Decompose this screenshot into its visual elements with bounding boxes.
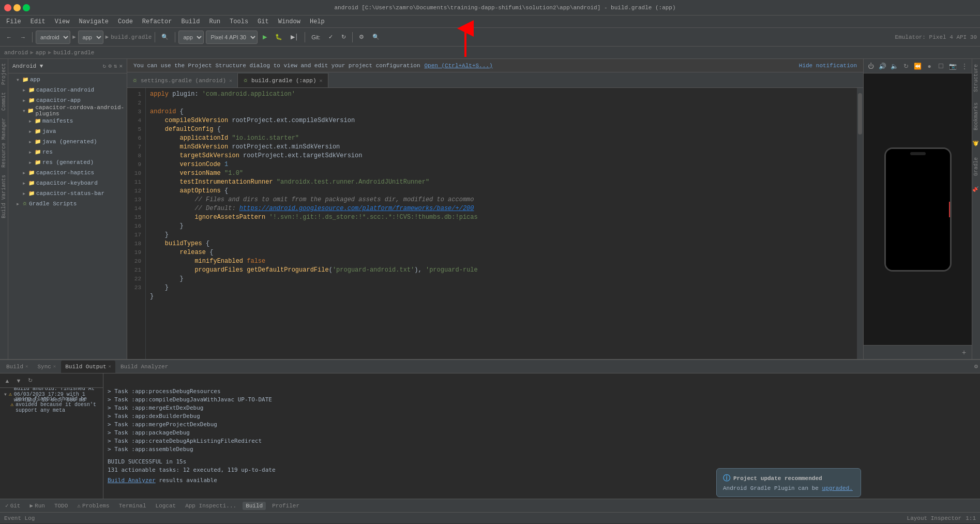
notifications-panel-toggle[interactable]: 🔔 (973, 138, 979, 150)
bb-build[interactable]: Build (243, 502, 266, 510)
menu-window[interactable]: Window (274, 17, 305, 26)
tree-item-capacitor-android[interactable]: ► 📁 capacitor-android (8, 85, 127, 95)
menu-git[interactable]: Git (253, 17, 273, 26)
tree-item-java[interactable]: ► 📁 java (8, 126, 127, 137)
tree-item-capacitor-status-bar[interactable]: ► 📁 capacitor-status-bar (8, 188, 127, 199)
vertical-scrollbar[interactable] (857, 88, 863, 359)
min-btn[interactable] (13, 4, 21, 11)
expand-icon[interactable]: ⇅ (114, 63, 117, 69)
tree-item-manifests[interactable]: ► 📁 manifests (8, 116, 127, 126)
sync-btn[interactable]: ✓ (325, 31, 336, 44)
menu-code[interactable]: Code (114, 17, 137, 26)
tab-close-settings[interactable]: ✕ (229, 78, 232, 84)
volume-down-btn[interactable]: 🔈 (889, 61, 900, 72)
close-panel-icon[interactable]: ✕ (119, 63, 123, 69)
gradle-panel-toggle[interactable]: Gradle (973, 154, 979, 179)
status-layout-inspector[interactable]: Layout Inspector (907, 515, 962, 521)
volume-up-btn[interactable]: 🔊 (878, 61, 888, 72)
bottom-tab-build-analyzer[interactable]: Build Analyzer (116, 361, 172, 373)
bb-git[interactable]: ✓ Git (2, 501, 23, 510)
menu-build[interactable]: Build (177, 17, 204, 26)
bottom-settings-btn[interactable]: ⚙ (974, 363, 978, 370)
code-content[interactable]: apply plugin: 'com.android.application' … (146, 88, 857, 359)
back-btn[interactable]: ← (3, 31, 15, 44)
tree-item-capacitor-app[interactable]: ► 📁 capacitor-app (8, 95, 127, 106)
tree-item-res[interactable]: ► 📁 res (8, 147, 127, 157)
menu-file[interactable]: File (2, 17, 25, 26)
notif-popup-link[interactable]: upgraded. (822, 485, 852, 491)
more-btn[interactable]: ⋮ (959, 61, 970, 72)
build-variants-toggle[interactable]: Build Variants (1, 172, 7, 221)
bottom-tab-build-output[interactable]: Build Output ✕ (61, 361, 115, 373)
menu-tools[interactable]: Tools (225, 17, 252, 26)
menu-view[interactable]: View (51, 17, 74, 26)
tree-item-res-generated[interactable]: ► 📁 res (generated) (8, 157, 127, 168)
search-everywhere-btn[interactable]: 🔍 (158, 31, 172, 44)
tree-item-capacitor-keyboard[interactable]: ► 📁 capacitor-keyboard (8, 178, 127, 188)
project-panel-toggle[interactable]: Project (1, 60, 7, 88)
project-selector[interactable]: android (36, 31, 70, 44)
notif-dismiss-btn[interactable]: Hide notification (799, 63, 857, 69)
scrollbar-thumb[interactable] (858, 93, 862, 134)
bb-todo[interactable]: TODO (51, 502, 71, 510)
module-selector[interactable]: app (78, 31, 103, 44)
structure-panel-toggle[interactable]: Structure (973, 61, 979, 95)
screenshot-btn[interactable]: 📷 (947, 61, 958, 72)
tree-item-capacitor-haptics[interactable]: ► 📁 capacitor-haptics (8, 168, 127, 178)
tree-item-capacitor-cordova[interactable]: ▼ 📁 capacitor-cordova-android-plugins (8, 106, 127, 116)
bb-problems[interactable]: ⚠ Problems (74, 501, 112, 510)
tree-item-gradle-scripts[interactable]: ► ⛭ Gradle Scripts (8, 199, 127, 209)
debug-btn[interactable]: 🐛 (272, 31, 285, 44)
search-btn[interactable]: 🔍 (369, 31, 383, 44)
notif-open-link[interactable]: Open (Ctrl+Alt+S...) (425, 63, 493, 69)
device-selector[interactable]: Pixel 4 API 30 (206, 31, 258, 44)
pin-icon[interactable]: 📌 (973, 183, 979, 196)
status-line-col[interactable]: 1:1 (966, 515, 976, 521)
menu-help[interactable]: Help (306, 17, 329, 26)
menu-run[interactable]: Run (205, 17, 224, 26)
tab-close-build[interactable]: ✕ (319, 78, 322, 84)
bb-run[interactable]: ▶ Run (26, 501, 48, 510)
rotate-btn[interactable]: ↻ (901, 61, 912, 72)
build-analyzer-link[interactable]: Build Analyzer (108, 477, 156, 484)
tree-item-app[interactable]: ▼ 📁 app (8, 74, 127, 85)
tab-settings-gradle[interactable]: ⛭ settings.gradle (android) ✕ (127, 73, 238, 87)
overview-btn[interactable]: ☐ (936, 61, 946, 72)
back-btn[interactable]: ⏪ (912, 61, 923, 72)
expand-build-btn[interactable]: ▲ (2, 376, 12, 386)
bb-profiler[interactable]: Profiler (269, 502, 303, 510)
tab-build-gradle[interactable]: ⛭ build.gradle (:app) ✕ (238, 73, 328, 87)
left-activity-bar: Project Commit Resource Manager Build Va… (0, 59, 8, 359)
bb-app-inspect[interactable]: App Inspecti... (182, 502, 239, 510)
menu-refactor[interactable]: Refactor (138, 17, 176, 26)
forward-btn[interactable]: → (17, 31, 29, 44)
git-btn[interactable]: Git: (308, 31, 323, 44)
run-config-selector[interactable]: app (178, 31, 204, 44)
bb-logcat[interactable]: Logcat (153, 502, 179, 510)
resource-panel-toggle[interactable]: Resource Manager (1, 115, 7, 171)
bookmarks-panel-toggle[interactable]: Bookmarks (973, 99, 979, 133)
collapse-build-btn[interactable]: ▼ (13, 376, 24, 386)
bb-terminal[interactable]: Terminal (116, 502, 149, 510)
refresh-btn[interactable]: ↻ (338, 31, 349, 44)
tree-item-java-generated[interactable]: ► 📁 java (generated) (8, 137, 127, 147)
settings-btn[interactable]: ⚙ (356, 31, 367, 44)
sync-icon[interactable]: ↻ (103, 63, 107, 69)
code-editor[interactable]: 12345 678910 1112131415 1617181920 21222… (127, 88, 863, 359)
build-tree-item-1[interactable]: ⚠ Using flatDir should be avoided becaus… (2, 399, 101, 410)
expand-emulator-btn[interactable]: + (958, 347, 970, 358)
power-btn[interactable]: ⏻ (866, 61, 877, 72)
home-btn[interactable]: ● (924, 61, 935, 72)
run-btn[interactable]: ▶ (260, 31, 270, 44)
refresh-build-btn[interactable]: ↻ (25, 376, 35, 386)
settings-icon[interactable]: ⚙ (108, 63, 112, 69)
status-event-log[interactable]: Event Log (4, 515, 35, 521)
bottom-tab-sync[interactable]: Sync ✕ (33, 361, 60, 373)
max-btn[interactable] (23, 4, 30, 11)
profile-btn[interactable]: ▶│ (288, 31, 301, 44)
commit-panel-toggle[interactable]: Commit (1, 89, 7, 114)
bottom-tab-build[interactable]: Build ✕ (2, 361, 32, 373)
menu-edit[interactable]: Edit (26, 17, 50, 26)
close-btn[interactable] (4, 4, 11, 11)
menu-navigate[interactable]: Navigate (74, 17, 113, 26)
